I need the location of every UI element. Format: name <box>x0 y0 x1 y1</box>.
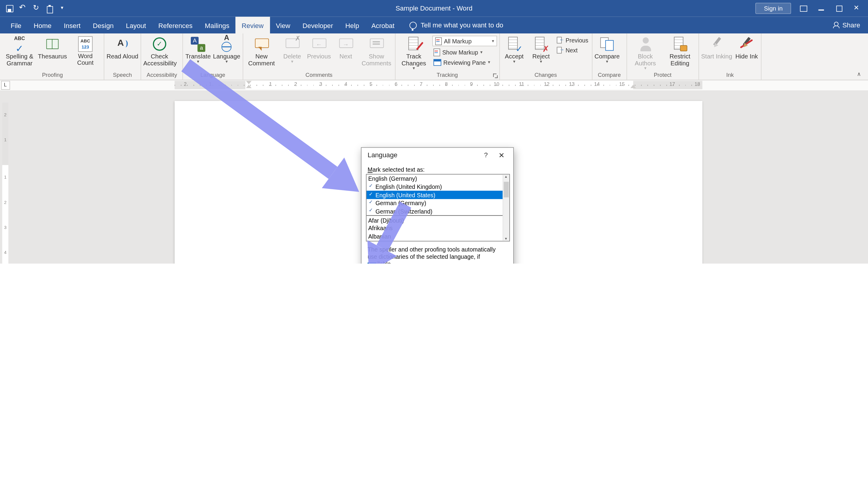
tab-insert[interactable]: Insert <box>58 17 87 34</box>
redo-icon[interactable] <box>32 4 41 13</box>
spelling-grammar-button[interactable]: Spelling & Grammar <box>2 33 37 71</box>
title-bar: Sample Document - Word Sign in <box>0 0 868 17</box>
new-comment-button[interactable]: New Comment <box>244 33 279 71</box>
ruler-number: 1 <box>209 82 212 87</box>
language-item-english-united-kingdom[interactable]: English (United Kingdom) <box>367 183 504 191</box>
translate-button[interactable]: Translate▾ <box>184 33 212 71</box>
language-item-english-united-states[interactable]: English (United States) <box>367 191 504 199</box>
sign-in-button[interactable]: Sign in <box>755 3 791 14</box>
ribbon-display-options-icon[interactable] <box>798 4 809 13</box>
ribbon-group-speech: Read AloudSpeech <box>104 33 141 80</box>
tab-file[interactable]: File <box>4 17 28 34</box>
vruler-text-area <box>2 165 8 264</box>
paste-icon[interactable] <box>46 4 54 13</box>
ruler-number: 6 <box>395 82 398 87</box>
dialog-title-bar[interactable]: Language ? ✕ <box>361 148 513 162</box>
reviewing-pane-button[interactable]: Reviewing Pane▾ <box>432 58 497 67</box>
do-not-check-spelling-or-grammar-checkbox[interactable]: Do not check spelling or grammar <box>368 263 467 264</box>
language-item-german-germany[interactable]: German (Germany) <box>367 199 504 207</box>
new-comment-icon <box>253 36 270 53</box>
ribbon-group-comments: New CommentDelete▾PreviousNextShow Comme… <box>243 33 396 80</box>
group-label: Compare <box>593 71 625 80</box>
markup-level-icon <box>435 37 441 45</box>
language-icon <box>218 36 235 53</box>
minimize-button[interactable] <box>815 4 827 13</box>
tab-selector[interactable] <box>1 81 10 90</box>
tab-layout[interactable]: Layout <box>120 17 152 34</box>
ruler-number: 8 <box>445 82 447 87</box>
proofing-icon <box>368 200 375 206</box>
dropdown-caret-icon: ▾ <box>513 60 515 64</box>
word-count-button[interactable]: Word Count <box>68 33 103 71</box>
ruler-number: 5 <box>370 82 372 87</box>
tab-acrobat[interactable]: Acrobat <box>365 17 401 34</box>
close-button[interactable] <box>851 4 863 13</box>
language-item-english-germany[interactable]: English (Germany) <box>367 174 504 183</box>
start-inking-icon <box>708 36 725 53</box>
check-accessibility-button[interactable]: Check Accessibility <box>142 33 177 71</box>
right-indent-marker[interactable] <box>630 85 636 88</box>
dialog-launcher-icon[interactable] <box>493 73 498 78</box>
tab-home[interactable]: Home <box>27 17 58 34</box>
tab-references[interactable]: References <box>152 17 198 34</box>
ruler-vertical[interactable]: 211234567891011 <box>2 92 9 264</box>
application-window: Sample Document - Word Sign in FileHomeI… <box>0 0 868 264</box>
customize-quick-access-icon[interactable] <box>59 4 67 13</box>
list-scrollbar[interactable] <box>503 174 509 241</box>
hide-ink-button[interactable]: Hide Ink <box>733 33 760 71</box>
dialog-help-button[interactable]: ? <box>478 151 493 159</box>
next-button[interactable]: Next <box>555 46 590 54</box>
tab-help[interactable]: Help <box>339 17 365 34</box>
first-line-indent-marker[interactable] <box>246 81 252 84</box>
scrollbar-thumb[interactable] <box>504 182 509 197</box>
thesaurus-button[interactable]: Thesaurus <box>37 33 68 71</box>
language-item-afrikaans[interactable]: Afrikaans <box>367 224 504 232</box>
tab-developer[interactable]: Developer <box>296 17 339 34</box>
ruler-number: 14 <box>594 82 600 87</box>
tell-me-box[interactable]: Tell me what you want to do <box>410 17 503 34</box>
dialog-close-button[interactable]: ✕ <box>493 151 510 159</box>
collapse-ribbon-button[interactable] <box>856 71 864 78</box>
share-button[interactable]: Share <box>825 17 868 34</box>
dropdown-caret-icon: ▾ <box>606 60 608 64</box>
tab-design[interactable]: Design <box>87 17 120 34</box>
track-changes-button[interactable]: Track Changes▾ <box>397 33 431 71</box>
ruler-number: 1 <box>269 82 272 87</box>
group-label: Language <box>184 71 241 80</box>
restrict-editing-button[interactable]: Restrict Editing <box>663 33 698 71</box>
tab-mailings[interactable]: Mailings <box>198 17 236 34</box>
reject-button[interactable]: Reject▾ <box>528 33 555 71</box>
language-name: English (United States) <box>375 192 435 198</box>
person-icon <box>832 22 839 28</box>
language-name: German (Switzerland) <box>375 208 433 215</box>
next-change-icon <box>557 46 563 54</box>
lightbulb-icon <box>410 22 417 29</box>
read-aloud-button[interactable]: Read Aloud <box>105 33 140 71</box>
hanging-indent-marker[interactable] <box>246 85 252 88</box>
language-item-german-switzerland[interactable]: German (Switzerland) <box>367 207 504 216</box>
save-icon[interactable] <box>6 4 14 13</box>
maximize-button[interactable] <box>833 4 844 13</box>
language-button[interactable]: Language▾ <box>212 33 241 71</box>
all-markup-combo[interactable]: All Markup▾ <box>432 36 497 46</box>
compare-button[interactable]: Compare▾ <box>593 33 621 71</box>
group-label: Ink <box>700 71 760 80</box>
accept-button[interactable]: Accept▾ <box>501 33 528 71</box>
language-item-albanian[interactable]: Albanian <box>367 233 504 241</box>
delete-button: Delete▾ <box>279 33 306 71</box>
ruler-horizontal[interactable]: 211234567891011121314151718 <box>0 80 868 90</box>
ribbon-tab-row: FileHomeInsertDesignLayoutReferencesMail… <box>0 17 868 34</box>
group-label: Comments <box>244 71 394 80</box>
show-markup-button[interactable]: Show Markup▾ <box>432 48 497 56</box>
vruler-top-margin <box>2 103 8 165</box>
tab-review[interactable]: Review <box>236 17 270 34</box>
previous-button[interactable]: Previous <box>555 36 590 44</box>
language-list[interactable]: English (Germany)English (United Kingdom… <box>366 174 510 241</box>
tab-view[interactable]: View <box>270 17 296 34</box>
translate-icon <box>190 36 207 53</box>
ribbon: Spelling & GrammarThesaurusWord CountPro… <box>0 33 868 80</box>
ribbon-tabs: FileHomeInsertDesignLayoutReferencesMail… <box>0 17 401 34</box>
language-item-afar-djibouti[interactable]: Afar (Djibouti) <box>367 216 504 224</box>
ruler-number: 18 <box>694 82 700 87</box>
undo-icon[interactable] <box>19 4 27 13</box>
